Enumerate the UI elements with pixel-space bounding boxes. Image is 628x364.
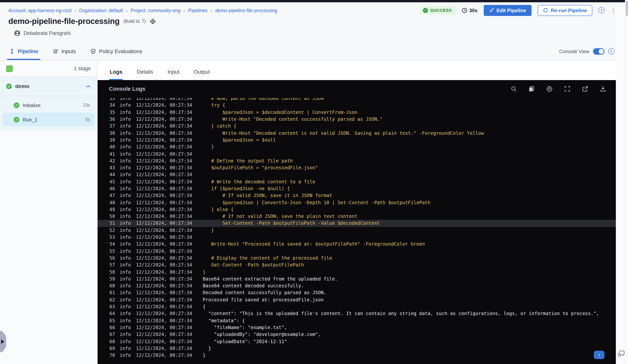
log-message: Processed file saved at: processedFile.j… [203, 297, 324, 302]
copy-icon[interactable] [528, 85, 535, 92]
chevron-up-icon[interactable] [86, 84, 91, 89]
avatar [14, 30, 20, 36]
step-success-icon: ✓ [14, 102, 19, 108]
log-line-number: 35 [107, 110, 115, 115]
stage-row-demo[interactable]: ✓ demo [0, 77, 97, 96]
log-level: info [120, 172, 131, 177]
log-timestamp: 12/12/2024, 00:27:34 [136, 158, 194, 164]
log-line-51: 51info12/12/2024, 00:27:34 Set-Content -… [98, 220, 616, 227]
breadcrumb-item[interactable]: Pipelines [188, 8, 208, 13]
tab-inputs[interactable]: Inputs [53, 43, 76, 60]
log-message: } catch { [203, 124, 236, 129]
console-view-toggle[interactable] [593, 48, 605, 55]
log-line-number: 63 [107, 304, 115, 309]
log-tab-logs[interactable]: Logs [109, 64, 123, 80]
log-message: # Now, parse the decoded content as JSON [203, 98, 324, 101]
breadcrumb-item[interactable]: Project: community-eng [131, 8, 180, 13]
log-level: info [120, 242, 131, 247]
log-level: info [120, 98, 131, 101]
log-message: $parsedJson = $decodedContent | ConvertF… [203, 110, 357, 115]
log-level: info [120, 214, 131, 219]
status-label: SUCCESS [430, 8, 452, 12]
log-level: info [120, 332, 131, 337]
log-message: } else { [203, 207, 234, 212]
pencil-icon [489, 8, 494, 13]
log-level: info [120, 304, 131, 309]
rerun-pipeline-label: Re-run Pipeline [551, 7, 587, 13]
log-tab-output[interactable]: Output [193, 64, 211, 80]
log-level: info [120, 179, 131, 184]
breadcrumb-separator: › [75, 8, 76, 13]
log-tab-details[interactable]: Details [136, 64, 154, 80]
log-line-number: 48 [107, 200, 115, 205]
breadcrumb-item[interactable]: Organization: default [79, 8, 123, 13]
step-duration: 23s [83, 103, 90, 107]
log-line-47: 47info12/12/2024, 00:27:34 # If valid JS… [98, 192, 616, 199]
log-timestamp: 12/12/2024, 00:27:34 [136, 144, 194, 149]
tab-pipeline[interactable]: Pipeline [9, 43, 38, 60]
step-duration: 5s [85, 117, 90, 122]
log-level: info [120, 158, 131, 164]
chat-bubbles-icon[interactable] [617, 350, 625, 358]
log-timestamp: 12/12/2024, 00:27:34 [136, 325, 194, 330]
log-line-66: 66info12/12/2024, 00:27:34 "fileName": "… [98, 324, 616, 331]
log-message: # Write the decoded content to a file [203, 179, 315, 184]
edit-pipeline-label: Edit Pipeline [496, 7, 526, 13]
rerun-pipeline-button[interactable]: Re-run Pipeline [538, 5, 592, 16]
log-line-number: 37 [107, 124, 115, 129]
log-level: info [120, 255, 131, 261]
log-line-number: 57 [107, 262, 115, 268]
download-icon[interactable] [600, 85, 606, 92]
search-icon[interactable] [510, 85, 517, 92]
tab-pipeline-label: Pipeline [18, 48, 38, 54]
more-menu-icon[interactable]: ⋮ [611, 9, 614, 11]
log-level: info [120, 221, 131, 226]
log-line-number: 40 [107, 144, 115, 149]
step-row-initialize[interactable]: ✓Initialize23s [2, 98, 94, 112]
log-level: info [120, 193, 131, 198]
fullscreen-icon[interactable] [564, 85, 570, 92]
log-level: info [120, 269, 131, 275]
log-line-number: 54 [107, 242, 115, 247]
log-line-52: 52info12/12/2024, 00:27:34 } [98, 227, 616, 234]
scrollbar-thumb[interactable] [626, 1, 628, 16]
edit-pipeline-button[interactable]: Edit Pipeline [483, 5, 531, 16]
step-row-run_1[interactable]: ✓Run_15s [2, 113, 94, 126]
log-line-42: 42info12/12/2024, 00:27:34 # Define the … [98, 157, 616, 164]
log-message: "content": "This is the uploaded file's … [203, 311, 599, 316]
tab-policy-evaluations-label: Policy Evaluations [99, 48, 142, 54]
breadcrumb-item[interactable]: demo-pipeline-file-processing [215, 8, 277, 13]
tab-policy-evaluations[interactable]: Policy Evaluations [90, 43, 142, 60]
log-timestamp: 12/12/2024, 00:27:34 [136, 110, 194, 115]
console-view-info-icon[interactable]: i [608, 48, 614, 54]
log-line-number: 55 [107, 248, 115, 254]
duration: 30s [462, 7, 477, 13]
log-line-69: 69info12/12/2024, 00:27:34 } [98, 345, 616, 352]
log-line-number: 67 [107, 332, 115, 337]
log-message: $parsedJson | ConvertTo-Json -Depth 10 |… [203, 200, 430, 205]
log-message: Base64 content extracted from the upload… [203, 276, 338, 282]
log-message: Base64 content decoded successfully. [203, 283, 304, 289]
log-level: info [120, 228, 131, 233]
log-message: "fileName": "example.txt", [203, 325, 287, 330]
log-timestamp: 12/12/2024, 00:27:34 [136, 124, 194, 129]
log-line-number: 36 [107, 117, 115, 122]
page-scrollbar[interactable] [625, 0, 628, 364]
breadcrumb-item[interactable]: Account: app-harness-ng-cicd [8, 8, 71, 13]
log-tab-input[interactable]: Input [167, 64, 180, 80]
log-level: info [120, 262, 131, 268]
open-in-new-icon[interactable] [582, 85, 588, 92]
log-message: Decoded content successfully parsed as J… [203, 290, 326, 295]
log-line-number: 47 [107, 193, 115, 198]
log-timestamp: 12/12/2024, 00:27:34 [136, 200, 194, 205]
settings-icon[interactable] [546, 85, 552, 92]
scroll-to-top-button[interactable]: ↑ [594, 351, 605, 359]
log-timestamp: 12/12/2024, 00:27:34 [136, 207, 194, 212]
info-icon[interactable]: i [598, 7, 605, 13]
log-message: Set-Content -Path $outputFilePath -Value… [203, 221, 380, 226]
log-timestamp: 12/12/2024, 00:27:34 [136, 151, 194, 156]
log-timestamp: 12/12/2024, 00:27:34 [136, 172, 194, 177]
log-scroll-area[interactable]: 33info12/12/2024, 00:27:34 # Now, parse … [98, 98, 616, 364]
log-message: # Define the output file path [203, 158, 293, 164]
log-line-62: 62info12/12/2024, 00:27:34Processed file… [98, 296, 616, 303]
